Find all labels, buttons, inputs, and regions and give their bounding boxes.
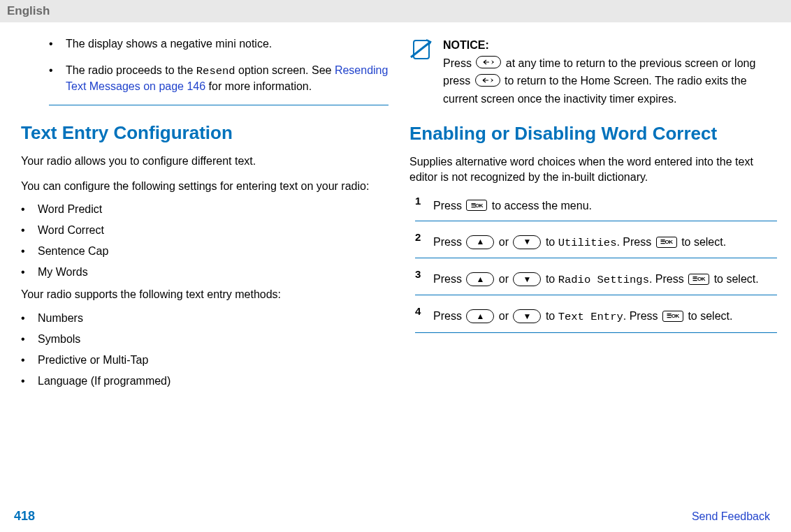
step-body: Press ▲ or ▼ to Text Entry. Press ☰OK to… <box>433 305 777 326</box>
list-item: Word Correct <box>21 224 389 237</box>
up-button-icon: ▲ <box>466 309 494 323</box>
down-button-icon: ▼ <box>513 235 541 249</box>
step-4: 4 Press ▲ or ▼ to Text Entry. Press ☰OK … <box>415 305 777 326</box>
step-3: 3 Press ▲ or ▼ to Radio Settings. Press … <box>415 268 777 289</box>
step-number: 4 <box>415 305 425 317</box>
methods-intro: Your radio supports the following text e… <box>21 287 389 302</box>
send-feedback-link[interactable]: Send Feedback <box>692 510 770 523</box>
step-divider <box>415 221 777 221</box>
bullet-text: for more information. <box>205 80 312 92</box>
list-item: Word Predict <box>21 203 389 216</box>
step-1: 1 Press ☰OK to access the menu. <box>415 195 777 215</box>
list-item: Symbols <box>21 333 389 346</box>
notice-block: NOTICE: Press at any time to return to t… <box>409 36 777 108</box>
list-item: My Words <box>21 266 389 279</box>
notice-body: Press at any time to return to the previ… <box>443 54 777 108</box>
bullet-item: The display shows a negative mini notice… <box>49 36 389 52</box>
down-button-icon: ▼ <box>513 309 541 323</box>
step-divider <box>415 332 777 333</box>
code-text: Utilities <box>558 237 617 249</box>
section-divider <box>49 105 389 105</box>
notice-text: NOTICE: Press at any time to return to t… <box>443 36 777 108</box>
notice-label: NOTICE: <box>443 36 777 54</box>
step-divider <box>415 258 777 258</box>
bullet-item: The radio proceeds to the Resend option … <box>49 63 389 94</box>
step-body: Press ▲ or ▼ to Radio Settings. Press ☰O… <box>433 268 777 289</box>
section-heading-word-correct: Enabling or Disabling Word Correct <box>409 123 777 145</box>
list-item: Predictive or Multi-Tap <box>21 354 389 367</box>
step-body: Press ▲ or ▼ to Utilities. Press ☰OK to … <box>433 231 777 252</box>
code-text: Resend <box>196 65 235 77</box>
code-text: Text Entry <box>558 311 623 323</box>
page-number: 418 <box>14 509 35 524</box>
settings-list: Word Predict Word Correct Sentence Cap M… <box>21 203 389 279</box>
ok-button-icon: ☰OK <box>656 237 677 248</box>
notice-icon <box>409 38 433 64</box>
code-text: Radio Settings <box>558 274 649 286</box>
ok-button-icon: ☰OK <box>688 274 709 285</box>
language-label: English <box>7 4 50 17</box>
page-body: The display shows a negative mini notice… <box>0 22 791 396</box>
step-number: 3 <box>415 268 425 280</box>
step-number: 2 <box>415 231 425 243</box>
list-item: Sentence Cap <box>21 245 389 258</box>
section-intro: Supplies alternative word choices when t… <box>409 154 777 184</box>
ok-button-icon: ☰OK <box>466 200 487 211</box>
intro-text: Your radio allows you to configure diffe… <box>21 154 389 169</box>
bullet-text: The display shows a negative mini notice… <box>66 38 272 50</box>
step-divider <box>415 295 777 295</box>
bullet-text: option screen. See <box>235 64 335 76</box>
list-item: Language (If programmed) <box>21 375 389 387</box>
step-2: 2 Press ▲ or ▼ to Utilities. Press ☰OK t… <box>415 231 777 252</box>
ok-button-icon: ☰OK <box>662 311 683 322</box>
right-column: NOTICE: Press at any time to return to t… <box>409 36 777 396</box>
section-heading-text-entry: Text Entry Configuration <box>21 122 389 144</box>
page-header: English <box>0 0 791 22</box>
steps-list: 1 Press ☰OK to access the menu. 2 Press … <box>409 195 777 333</box>
up-button-icon: ▲ <box>466 235 494 249</box>
top-bullets: The display shows a negative mini notice… <box>21 36 389 94</box>
left-column: The display shows a negative mini notice… <box>14 36 389 396</box>
back-button-icon <box>476 56 501 68</box>
methods-list: Numbers Symbols Predictive or Multi-Tap … <box>21 312 389 387</box>
step-number: 1 <box>415 195 425 207</box>
page-footer: 418 Send Feedback <box>14 509 770 524</box>
home-button-icon <box>475 74 500 87</box>
step-body: Press ☰OK to access the menu. <box>433 195 777 215</box>
up-button-icon: ▲ <box>466 272 494 286</box>
intro-text: You can configure the following settings… <box>21 179 389 194</box>
bullet-text: The radio proceeds to the <box>66 64 196 76</box>
down-button-icon: ▼ <box>513 272 541 286</box>
list-item: Numbers <box>21 312 389 325</box>
